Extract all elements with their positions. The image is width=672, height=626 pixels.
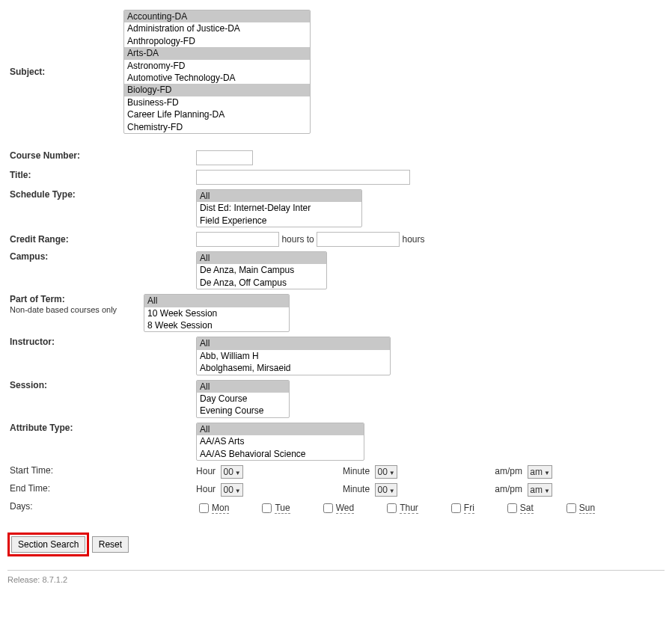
select-option[interactable]: Field Experience	[197, 215, 361, 227]
day-label: Fri	[464, 503, 474, 514]
credit-range-label: Credit Range:	[7, 230, 121, 249]
credit-hours-to-text: hours to	[281, 234, 314, 245]
attribute-type-select[interactable]: AllAA/AS ArtsAA/AS Behavioral Science	[196, 423, 364, 461]
start-time-label: Start Time:	[7, 463, 121, 481]
start-minute-label: Minute	[343, 466, 373, 476]
select-option[interactable]: Accounting-DA	[124, 10, 310, 22]
day-checkbox-sun[interactable]	[566, 503, 576, 513]
end-time-label: End Time:	[7, 481, 121, 499]
part-of-term-sublabel: Non-date based courses only	[10, 305, 117, 314]
select-option[interactable]: All	[197, 337, 390, 349]
release-text: Release: 8.7.1.2	[7, 575, 665, 584]
end-hour-select[interactable]: 00▼	[221, 483, 242, 497]
day-label: Sun	[579, 503, 595, 514]
chevron-down-icon: ▼	[543, 488, 550, 494]
select-option[interactable]: Chemistry-FD	[124, 121, 310, 133]
day-checkbox-mon[interactable]	[199, 503, 209, 513]
start-hour-label: Hour	[196, 466, 219, 476]
select-option[interactable]: All	[197, 423, 364, 435]
schedule-type-select[interactable]: AllDist Ed: Internet-Delay InterField Ex…	[196, 189, 362, 227]
select-option[interactable]: Anthropology-FD	[124, 35, 310, 47]
select-option[interactable]: 10 Week Session	[144, 307, 289, 319]
select-option[interactable]: Automotive Technology-DA	[124, 72, 310, 84]
select-option[interactable]: All	[197, 252, 326, 264]
day-label: Thur	[400, 503, 418, 514]
title-label: Title:	[7, 168, 121, 187]
attribute-type-label: Attribute Type:	[7, 420, 121, 463]
select-option[interactable]: Abb, William H	[197, 350, 390, 362]
section-search-button[interactable]: Section Search	[11, 536, 85, 553]
campus-select[interactable]: AllDe Anza, Main CampusDe Anza, Off Camp…	[196, 251, 327, 289]
end-hour-label: Hour	[196, 484, 219, 494]
select-option[interactable]: AA/AS Behavioral Science	[197, 448, 364, 460]
campus-label: Campus:	[7, 249, 121, 292]
day-checkbox-wed[interactable]	[323, 503, 333, 513]
credit-from-input[interactable]	[196, 232, 279, 247]
select-option[interactable]: Administration of Justice-DA	[124, 22, 310, 34]
day-cell: Mon	[196, 501, 229, 515]
select-option[interactable]: 8 Week Session	[144, 319, 289, 331]
select-option[interactable]: Arts-DA	[124, 47, 310, 59]
day-cell: Thur	[384, 501, 418, 515]
course-number-input[interactable]	[196, 150, 253, 165]
chevron-down-icon: ▼	[388, 470, 395, 476]
start-hour-select[interactable]: 00▼	[221, 465, 242, 479]
subject-select[interactable]: Accounting-DAAdministration of Justice-D…	[123, 10, 311, 134]
session-select[interactable]: AllDay CourseEvening Course	[196, 380, 290, 418]
session-label: Session:	[7, 378, 121, 420]
day-cell: Fri	[448, 501, 474, 515]
day-label: Wed	[336, 503, 354, 514]
credit-hours-text: hours	[402, 234, 424, 245]
day-cell: Sun	[563, 501, 595, 515]
select-option[interactable]: Career Life Planning-DA	[124, 108, 310, 120]
reset-button[interactable]: Reset	[92, 536, 129, 553]
credit-to-input[interactable]	[317, 232, 400, 247]
section-search-highlight: Section Search	[7, 533, 89, 556]
schedule-type-label: Schedule Type:	[7, 187, 121, 230]
select-option[interactable]: Abolghasemi, Mirsaeid	[197, 362, 390, 374]
select-option[interactable]: AA/AS Arts	[197, 435, 364, 447]
select-option[interactable]: All	[197, 381, 289, 393]
part-of-term-select[interactable]: All10 Week Session8 Week Session	[144, 294, 290, 332]
day-cell: Wed	[320, 501, 354, 515]
days-label: Days:	[7, 499, 121, 518]
chevron-down-icon: ▼	[233, 470, 241, 476]
start-ampm-label: am/pm	[495, 466, 525, 476]
day-label: Tue	[275, 503, 290, 514]
end-minute-select[interactable]: 00▼	[375, 483, 397, 497]
day-checkbox-tue[interactable]	[262, 503, 272, 513]
day-checkbox-fri[interactable]	[451, 503, 461, 513]
select-option[interactable]: Business-FD	[124, 96, 310, 108]
day-cell: Tue	[259, 501, 290, 515]
chevron-down-icon: ▼	[543, 470, 550, 476]
course-number-label: Course Number:	[7, 148, 121, 168]
start-ampm-select[interactable]: am▼	[528, 465, 552, 479]
start-minute-select[interactable]: 00▼	[375, 465, 397, 479]
select-option[interactable]: Astronomy-FD	[124, 60, 310, 72]
end-ampm-label: am/pm	[495, 484, 525, 494]
part-of-term-label: Part of Term: Non-date based courses onl…	[7, 292, 121, 334]
end-ampm-select[interactable]: am▼	[528, 483, 552, 497]
subject-label: Subject:	[7, 7, 121, 136]
title-input[interactable]	[196, 170, 410, 185]
select-option[interactable]: All	[144, 295, 289, 307]
select-option[interactable]: Day Course	[197, 393, 289, 405]
select-option[interactable]: Biology-FD	[124, 84, 310, 96]
instructor-select[interactable]: AllAbb, William HAbolghasemi, Mirsaeid	[196, 337, 391, 375]
day-cell: Sat	[504, 501, 534, 515]
day-label: Mon	[212, 503, 229, 514]
select-option[interactable]: De Anza, Off Campus	[197, 277, 326, 289]
chevron-down-icon: ▼	[388, 488, 395, 494]
select-option[interactable]: Evening Course	[197, 405, 289, 417]
select-option[interactable]: De Anza, Main Campus	[197, 264, 326, 276]
select-option[interactable]: All	[197, 190, 361, 202]
end-minute-label: Minute	[343, 484, 373, 494]
chevron-down-icon: ▼	[233, 488, 241, 494]
day-checkbox-sat[interactable]	[507, 503, 517, 513]
instructor-label: Instructor:	[7, 334, 121, 377]
day-label: Sat	[520, 503, 534, 514]
day-checkbox-thur[interactable]	[387, 503, 397, 513]
select-option[interactable]: Dist Ed: Internet-Delay Inter	[197, 202, 361, 214]
